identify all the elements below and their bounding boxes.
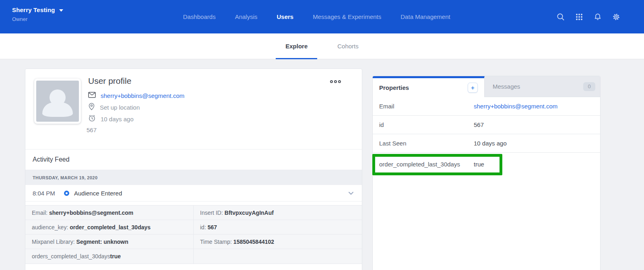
profile-last-seen: 10 days ago [101, 116, 134, 123]
top-navigation-bar: Sherry Testing Owner Dashboards Analysis… [0, 0, 644, 33]
activity-feed-title: Activity Feed [33, 156, 70, 163]
detail-cell-empty [194, 249, 362, 264]
nav-item-dashboards[interactable]: Dashboards [183, 13, 216, 20]
property-key: Last Seen [379, 140, 474, 147]
location-pin-icon [88, 103, 95, 112]
nav-item-users[interactable]: Users [277, 13, 294, 20]
detail-cell-id: id:567 [194, 220, 362, 235]
detail-cell-timestamp: Time Stamp:1585045844102 [194, 235, 362, 249]
profile-email-link[interactable]: sherry+bobbins@segment.com [101, 92, 184, 99]
gear-icon[interactable] [612, 12, 621, 21]
property-value: true [474, 161, 484, 168]
detail-cell-orders-completed: orders_completed_last_30daystrue [25, 249, 194, 264]
tab-explore[interactable]: Explore [280, 33, 313, 59]
search-icon[interactable] [556, 12, 565, 21]
property-row-email: Email sherry+bobbins@segment.com [373, 97, 600, 116]
avatar-body-shape [42, 102, 73, 117]
avatar [34, 79, 81, 124]
property-key: id [379, 121, 474, 128]
property-value: 10 days ago [474, 140, 507, 147]
property-row-id: id 567 [373, 116, 600, 134]
profile-header: User profile sherry+bobbins@segment.com [25, 69, 362, 150]
property-value-email-link[interactable]: sherry+bobbins@segment.com [474, 103, 557, 110]
bell-icon[interactable] [593, 12, 602, 21]
nav-item-data-management[interactable]: Data Management [400, 13, 450, 20]
tab-cohorts-label: Cohorts [337, 43, 359, 50]
apps-grid-icon[interactable] [575, 12, 584, 21]
topbar-icons [556, 0, 621, 33]
property-key: order_completed_last_30days [379, 161, 474, 168]
user-profile-card: User profile sherry+bobbins@segment.com [25, 69, 362, 270]
tab-messages-label: Messages [493, 83, 520, 90]
profile-user-id: 567 [87, 127, 184, 133]
blue-dot-icon [64, 191, 69, 196]
properties-table: Email sherry+bobbins@segment.com id 567 … [373, 97, 600, 175]
org-name: Sherry Testing [12, 6, 55, 13]
property-key: Email [379, 103, 474, 110]
org-role: Owner [12, 16, 63, 22]
more-options-icon[interactable] [330, 80, 341, 83]
properties-panel-tabs: Properties + Messages 0 [373, 76, 600, 97]
activity-event-row[interactable]: 8:04 PM Audience Entered [25, 185, 362, 201]
activity-feed-header: Activity Feed [25, 150, 362, 170]
property-value: 567 [474, 121, 484, 128]
detail-cell-email: Email:sherry+bobbins@segment.com [25, 206, 194, 220]
org-switcher[interactable]: Sherry Testing Owner [12, 6, 63, 22]
tab-properties-label: Properties [379, 84, 409, 91]
detail-cell-mixpanel-library: Mixpanel Library:Segment: unknown [25, 235, 194, 249]
nav-item-analysis[interactable]: Analysis [235, 13, 258, 20]
profile-info: User profile sherry+bobbins@segment.com [88, 76, 184, 133]
main-nav: Dashboards Analysis Users Messages & Exp… [183, 0, 450, 33]
detail-cell-audience-key: audience_key:order_completed_last_30days [25, 220, 194, 235]
chevron-down-icon [59, 9, 63, 12]
profile-location[interactable]: Set up location [100, 104, 140, 111]
activity-date-label: THURSDAY, MARCH 19, 2020 [33, 175, 97, 180]
page-body: User profile sherry+bobbins@segment.com [0, 59, 644, 270]
tab-properties[interactable]: Properties + [373, 76, 485, 97]
detail-cell-insert-id: Insert ID:BftvpxcuyAgInAuf [194, 206, 362, 220]
event-time: 8:04 PM [33, 190, 58, 197]
tab-cohorts[interactable]: Cohorts [332, 33, 364, 59]
event-name: Audience Entered [74, 190, 122, 197]
profile-title: User profile [88, 76, 184, 86]
activity-date-header: THURSDAY, MARCH 19, 2020 [25, 170, 362, 185]
envelope-icon [88, 92, 96, 100]
users-subnav: Explore Cohorts [0, 33, 644, 59]
messages-count-badge: 0 [583, 82, 595, 91]
nav-item-messages-experiments[interactable]: Messages & Experiments [313, 13, 381, 20]
property-row-order-completed: order_completed_last_30days true [373, 153, 600, 175]
tab-messages[interactable]: Messages 0 [485, 76, 600, 97]
properties-panel: Properties + Messages 0 Email sherry+bob… [372, 76, 601, 270]
alarm-clock-icon [88, 114, 96, 124]
chevron-down-icon[interactable] [348, 189, 354, 197]
add-property-button[interactable]: + [468, 83, 478, 93]
tab-explore-label: Explore [285, 43, 308, 50]
event-detail-table: Email:sherry+bobbins@segment.com Insert … [25, 205, 362, 264]
property-row-last-seen: Last Seen 10 days ago [373, 134, 600, 153]
